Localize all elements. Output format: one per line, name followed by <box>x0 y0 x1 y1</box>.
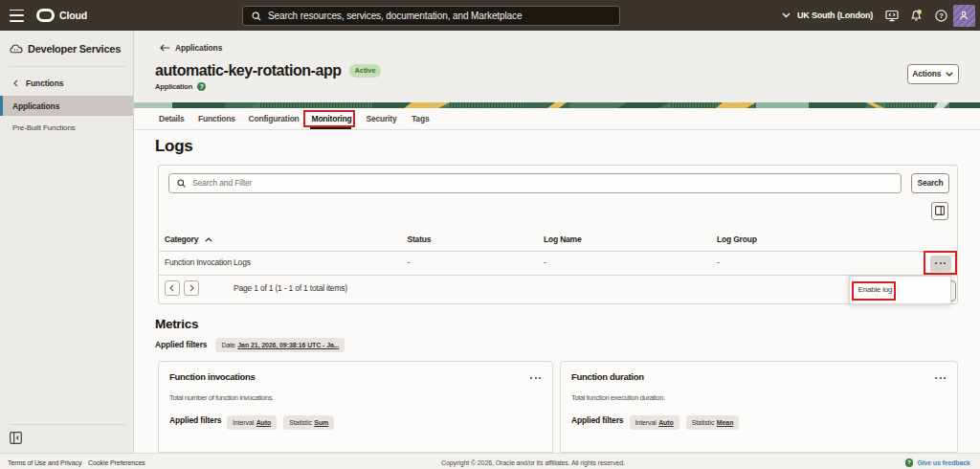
chip-value-link[interactable]: Sum <box>314 419 328 426</box>
tab-functions[interactable]: Functions <box>198 114 235 123</box>
actions-button[interactable]: Actions <box>907 64 959 84</box>
cookie-preferences-link[interactable]: Cookie Preferences <box>88 459 145 466</box>
table-header-divider <box>159 251 957 252</box>
table-columns-icon <box>935 206 945 215</box>
tab-monitoring[interactable]: Monitoring <box>312 114 352 123</box>
collapse-sidebar-button[interactable] <box>10 432 22 444</box>
interval-filter-chip[interactable]: IntervalAuto <box>630 415 679 431</box>
person-icon <box>959 11 969 20</box>
statistic-filter-chip[interactable]: StatisticSum <box>283 415 334 431</box>
sidebar-title-row: Developer Services <box>10 43 121 55</box>
feedback-help-icon[interactable]: ? <box>905 458 914 467</box>
help-icon: ? <box>935 10 947 22</box>
statistic-filter-chip[interactable]: StatisticMean <box>686 415 740 431</box>
breadcrumb[interactable]: Applications <box>160 43 222 53</box>
help-button[interactable]: ? <box>934 0 948 31</box>
metrics-heading: Metrics <box>155 317 198 331</box>
breadcrumb-label: Applications <box>175 43 222 53</box>
cell-category: Function Invocation Logs <box>165 257 251 267</box>
column-header-status[interactable]: Status <box>408 234 432 244</box>
chevron-down-icon <box>946 72 953 77</box>
region-selector[interactable]: UK South (London) <box>782 0 873 31</box>
logs-search-placeholder: Search and Filter <box>192 178 252 188</box>
metric-card-function-duration: Function duration Total function executi… <box>560 361 958 453</box>
cell-log-name: - <box>544 257 546 267</box>
search-button[interactable]: Search <box>911 173 949 193</box>
date-filter-chip[interactable]: DateJan 21, 2026, 09:38:16 UTC - Ja... <box>215 338 345 353</box>
row-actions-button[interactable] <box>930 256 951 272</box>
logs-heading: Logs <box>155 137 192 156</box>
developer-services-icon <box>10 44 23 54</box>
pagination-previous-button[interactable] <box>165 280 180 296</box>
sidebar-back-functions[interactable]: Functions <box>13 78 63 88</box>
manage-columns-button[interactable] <box>931 202 949 220</box>
bell-icon <box>909 9 924 22</box>
logs-search-input[interactable]: Search and Filter <box>168 173 902 193</box>
sidebar-item-applications[interactable]: Applications <box>0 96 133 116</box>
application-help-icon[interactable]: ? <box>197 82 206 91</box>
chip-prefix: Interval <box>635 419 657 426</box>
cell-status: - <box>408 257 411 267</box>
pagination-next-button[interactable] <box>184 280 199 296</box>
table-row-divider <box>159 275 957 276</box>
applied-filters-label: Applied filters <box>155 340 207 349</box>
sidebar-back-label: Functions <box>26 78 63 88</box>
chip-value-link[interactable]: Auto <box>658 419 674 426</box>
top-bar: Cloud Search resources, services, docume… <box>0 0 980 31</box>
announcements-button[interactable] <box>909 0 924 31</box>
search-icon <box>252 11 261 21</box>
row-actions-menu: Enable log <box>849 276 952 304</box>
cloud-shell-button[interactable] <box>884 0 899 31</box>
chip-prefix: Date <box>221 342 234 348</box>
sidebar-item-pre-built-functions[interactable]: Pre-Built Functions <box>12 123 76 132</box>
tab-details[interactable]: Details <box>159 114 184 123</box>
metrics-applied-filters: Applied filters DateJan 21, 2026, 09:38:… <box>155 338 345 353</box>
global-search-input[interactable]: Search resources, services, documentatio… <box>242 6 620 26</box>
chevron-right-icon <box>189 284 194 292</box>
sidebar-bottom-divider <box>10 424 125 425</box>
card-menu-button[interactable] <box>935 377 946 379</box>
metric-card-function-invocations: Function invocations Total number of fun… <box>158 361 553 453</box>
brand-label: Cloud <box>59 10 87 21</box>
title-row: automatic-key-rotation-app Active <box>155 62 381 79</box>
feedback-link[interactable]: Give us feedback <box>918 459 970 466</box>
oci-console-window: Cloud Search resources, services, docume… <box>0 0 980 469</box>
chip-prefix: Statistic <box>692 419 715 426</box>
oracle-logo[interactable] <box>36 9 55 22</box>
sort-ascending-icon <box>205 237 212 242</box>
terms-link[interactable]: Terms of Use and Privacy <box>8 459 81 466</box>
subtitle-label: Application <box>155 82 192 91</box>
column-header-log-group[interactable]: Log Group <box>717 234 757 244</box>
copyright-text: Copyright © 2026, Oracle and/or its affi… <box>441 459 625 466</box>
actions-button-label: Actions <box>912 69 941 78</box>
tab-security[interactable]: Security <box>367 114 397 123</box>
interval-filter-chip[interactable]: IntervalAuto <box>227 415 277 431</box>
active-tab-underline <box>310 127 351 130</box>
card-title: Function invocations <box>169 371 256 382</box>
svg-text:?: ? <box>939 11 944 20</box>
chevron-down-icon <box>782 12 791 18</box>
subtitle-row: Application ? <box>155 82 206 91</box>
tab-tags[interactable]: Tags <box>412 114 429 123</box>
notification-dot <box>917 10 922 14</box>
column-header-category[interactable]: Category <box>165 234 212 244</box>
profile-avatar[interactable] <box>953 5 975 27</box>
tab-configuration[interactable]: Configuration <box>249 114 300 123</box>
pagination-status: Page 1 of 1 (1 - 1 of 1 total items) <box>234 283 347 293</box>
chip-value-link[interactable]: Mean <box>717 419 734 426</box>
card-applied-filters-label: Applied filters <box>571 415 623 425</box>
column-header-log-name[interactable]: Log Name <box>544 234 582 244</box>
sidebar-divider <box>10 66 125 67</box>
card-applied-filters-label: Applied filters <box>169 415 221 425</box>
active-accent-bar <box>0 96 3 116</box>
cloud-shell-icon <box>885 10 899 22</box>
chip-value-link[interactable]: Jan 21, 2026, 09:38:16 UTC - Ja... <box>237 342 339 348</box>
menu-item-enable-log[interactable]: Enable log <box>858 285 893 294</box>
column-header-label: Category <box>165 234 198 244</box>
hamburger-menu-icon[interactable] <box>10 10 24 22</box>
status-badge: Active <box>349 64 382 78</box>
collapse-panel-icon <box>10 432 22 444</box>
card-filter-chips: IntervalAuto StatisticMean <box>630 415 740 431</box>
card-menu-button[interactable] <box>530 377 541 379</box>
chip-value-link[interactable]: Auto <box>256 419 272 426</box>
